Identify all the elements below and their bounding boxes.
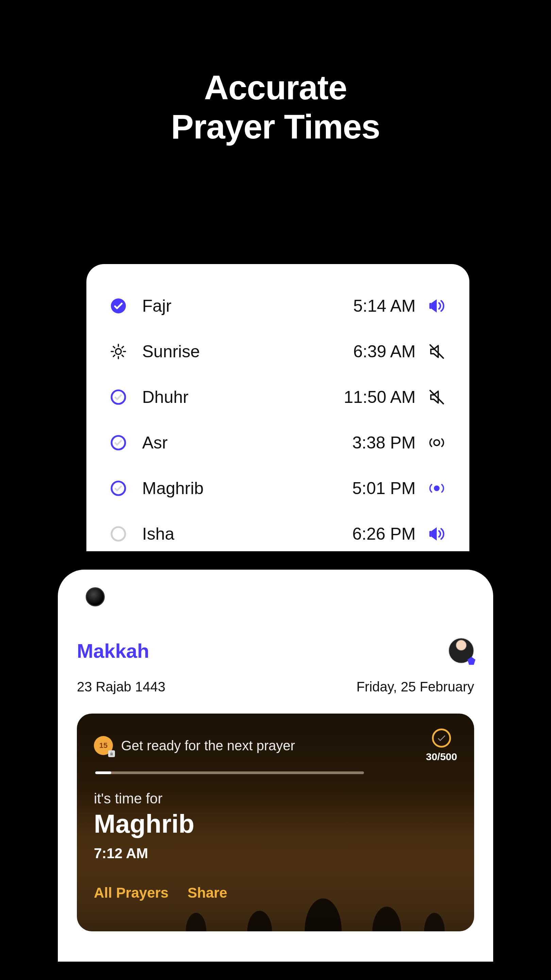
share-button[interactable]: Share (187, 885, 227, 901)
prayer-time: 6:26 PM (334, 524, 416, 544)
phone-frame: Makkah 23 Rajab 1443 Friday, 25 February… (40, 551, 511, 980)
speaker-muted-icon[interactable] (428, 343, 446, 360)
progress-label: 30/500 (426, 751, 457, 762)
prayer-list-card: Fajr5:14 AM Sunrise6:39 AM Dhuhr11:50 AM… (86, 264, 469, 579)
vibrate-off-icon[interactable] (428, 434, 446, 452)
svg-point-18 (111, 527, 125, 541)
prayer-name: Fajr (142, 296, 334, 316)
speaker-on-icon[interactable] (428, 297, 446, 315)
streak-count: 15 (99, 741, 108, 750)
check-outline-icon[interactable] (110, 434, 127, 451)
next-prayer-card[interactable]: 15 Get ready for the next prayer 30/500 (77, 714, 474, 931)
svg-point-2 (116, 349, 121, 355)
prayer-time: 5:14 AM (334, 296, 416, 316)
current-prayer-name: Maghrib (94, 809, 457, 838)
prayer-time: 3:38 PM (334, 433, 416, 453)
svg-line-8 (122, 355, 124, 356)
svg-rect-19 (429, 531, 432, 537)
svg-line-7 (113, 347, 114, 348)
premium-badge-icon (467, 656, 476, 666)
streak-badge: 15 (94, 736, 113, 755)
prayer-name: Sunrise (142, 342, 334, 361)
all-prayers-button[interactable]: All Prayers (94, 885, 168, 901)
vibrate-on-icon[interactable] (428, 479, 446, 497)
progress-bar (95, 772, 364, 774)
speaker-on-icon[interactable] (428, 525, 446, 543)
prayer-time: 6:39 AM (334, 342, 416, 361)
prayer-time: 5:01 PM (334, 479, 416, 498)
its-time-for-label: it's time for (94, 791, 457, 807)
progress-check-icon (432, 729, 451, 748)
prayer-row[interactable]: Asr3:38 PM (107, 421, 449, 464)
svg-line-10 (122, 347, 124, 348)
prayer-name: Dhuhr (142, 387, 334, 407)
speaker-muted-icon[interactable] (428, 388, 446, 406)
prayer-name: Maghrib (142, 479, 334, 498)
phone-screen: Makkah 23 Rajab 1443 Friday, 25 February… (58, 570, 493, 962)
location-label[interactable]: Makkah (77, 640, 149, 662)
circle-grey-icon[interactable] (110, 526, 127, 542)
prayer-name: Isha (142, 524, 334, 544)
prayer-row[interactable]: Isha6:26 PM (107, 512, 449, 555)
headline-line2: Prayer Times (0, 107, 551, 146)
svg-rect-1 (429, 303, 432, 309)
lock-icon (108, 750, 115, 757)
svg-point-17 (434, 485, 440, 492)
prayer-name: Asr (142, 433, 334, 453)
progress-fill (95, 772, 111, 774)
camera-punch-hole (86, 587, 105, 606)
headline: Accurate Prayer Times (0, 68, 551, 146)
avatar[interactable] (448, 638, 474, 663)
sun-icon[interactable] (110, 343, 127, 360)
svg-line-9 (113, 355, 114, 356)
headline-line1: Accurate (0, 68, 551, 107)
prayer-row[interactable]: Maghrib5:01 PM (107, 467, 449, 510)
prayer-row[interactable]: Sunrise6:39 AM (107, 330, 449, 373)
check-outline-icon[interactable] (110, 389, 127, 405)
check-filled-icon[interactable] (110, 298, 127, 314)
next-prayer-message: Get ready for the next prayer (121, 738, 295, 753)
svg-point-15 (434, 440, 440, 446)
hijri-date: 23 Rajab 1443 (77, 679, 165, 695)
prayer-row[interactable]: Dhuhr11:50 AM (107, 375, 449, 418)
gregorian-date: Friday, 25 February (356, 679, 474, 695)
check-outline-icon[interactable] (110, 480, 127, 496)
current-prayer-time: 7:12 AM (94, 845, 457, 862)
prayer-time: 11:50 AM (334, 387, 416, 407)
prayer-row[interactable]: Fajr5:14 AM (107, 285, 449, 327)
